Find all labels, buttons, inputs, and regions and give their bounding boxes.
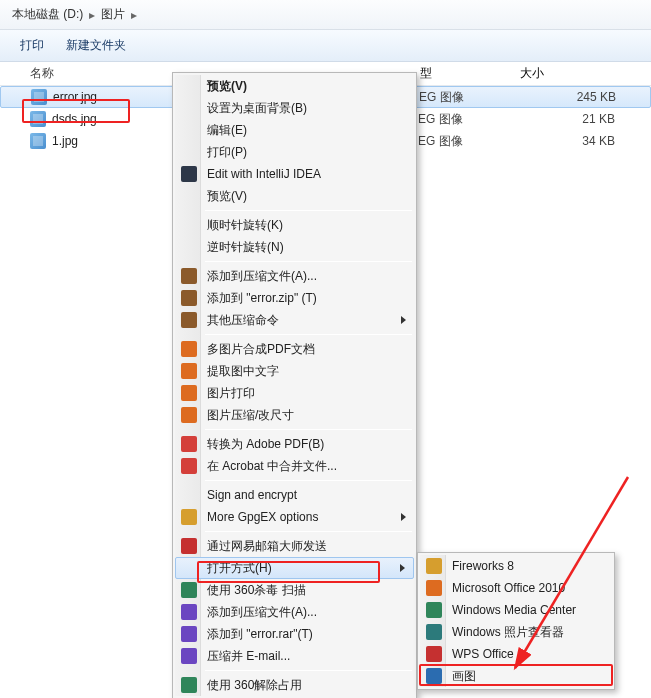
menu-add-rar2[interactable]: 添加到 "error.rar"(T) — [175, 623, 414, 645]
archive-icon — [181, 268, 197, 284]
breadcrumb[interactable]: 本地磁盘 (D:) ▸ 图片 ▸ — [0, 0, 651, 30]
menu-extract-text[interactable]: 提取图中文字 — [175, 360, 414, 382]
menu-separator — [205, 334, 412, 335]
image-file-icon — [30, 111, 46, 127]
submenu-photo-viewer[interactable]: Windows 照片查看器 — [420, 621, 612, 643]
menu-separator — [205, 480, 412, 481]
submenu-wps[interactable]: WPS Office — [420, 643, 612, 665]
file-type: EG 图像 — [419, 89, 464, 106]
menu-to-pdf[interactable]: 转换为 Adobe PDF(B) — [175, 433, 414, 455]
file-size: 245 KB — [556, 90, 616, 104]
submenu-msoffice[interactable]: Microsoft Office 2010 — [420, 577, 612, 599]
rar-icon — [181, 648, 197, 664]
file-type: EG 图像 — [418, 111, 463, 128]
image-file-icon — [31, 89, 47, 105]
lock-icon — [181, 509, 197, 525]
archive-icon — [181, 312, 197, 328]
print-button[interactable]: 打印 — [20, 37, 44, 54]
menu-preview[interactable]: 预览(V) — [175, 75, 414, 97]
file-size: 21 KB — [555, 112, 615, 126]
archive-icon — [181, 290, 197, 306]
menu-intellij[interactable]: Edit with IntelliJ IDEA — [175, 163, 414, 185]
menu-separator — [205, 531, 412, 532]
menu-set-wallpaper[interactable]: 设置为桌面背景(B) — [175, 97, 414, 119]
wmc-icon — [426, 602, 442, 618]
photo-viewer-icon — [426, 624, 442, 640]
toolbar: 打印 新建文件夹 — [0, 30, 651, 62]
rar-icon — [181, 626, 197, 642]
print-icon — [181, 385, 197, 401]
breadcrumb-part-1[interactable]: 本地磁盘 (D:) — [12, 6, 83, 23]
menu-rar-email[interactable]: 压缩并 E-mail... — [175, 645, 414, 667]
menu-edit[interactable]: 编辑(E) — [175, 119, 414, 141]
breadcrumb-part-2[interactable]: 图片 — [101, 6, 125, 23]
menu-add-zip[interactable]: 添加到 "error.zip" (T) — [175, 287, 414, 309]
menu-rotate-cw[interactable]: 顺时针旋转(K) — [175, 214, 414, 236]
submenu-wmc[interactable]: Windows Media Center — [420, 599, 612, 621]
menu-pdf-merge[interactable]: 多图片合成PDF文档 — [175, 338, 414, 360]
file-name: error.jpg — [53, 90, 97, 104]
menu-unlock360[interactable]: 使用 360解除占用 — [175, 674, 414, 696]
office-icon — [426, 580, 442, 596]
file-name: dsds.jpg — [52, 112, 97, 126]
menu-open-with[interactable]: 打开方式(H) — [175, 557, 414, 579]
breadcrumb-sep-icon: ▸ — [89, 8, 95, 22]
open-with-submenu: Fireworks 8 Microsoft Office 2010 Window… — [417, 552, 615, 690]
ocr-icon — [181, 363, 197, 379]
shield-icon — [181, 582, 197, 598]
menu-rotate-ccw[interactable]: 逆时针旋转(N) — [175, 236, 414, 258]
adobe-icon — [181, 458, 197, 474]
unlock-icon — [181, 677, 197, 693]
chevron-right-icon — [401, 513, 406, 521]
menu-other-compress[interactable]: 其他压缩命令 — [175, 309, 414, 331]
menu-separator — [205, 210, 412, 211]
resize-icon — [181, 407, 197, 423]
mail-icon — [181, 538, 197, 554]
wps-icon — [426, 646, 442, 662]
menu-acrobat-merge[interactable]: 在 Acrobat 中合并文件... — [175, 455, 414, 477]
menu-netease-send[interactable]: 通过网易邮箱大师发送 — [175, 535, 414, 557]
paint-icon — [426, 668, 442, 684]
submenu-paint[interactable]: 画图 — [420, 665, 612, 687]
menu-separator — [205, 261, 412, 262]
menu-img-resize[interactable]: 图片压缩/改尺寸 — [175, 404, 414, 426]
rar-icon — [181, 604, 197, 620]
intellij-icon — [181, 166, 197, 182]
menu-sign-encrypt[interactable]: Sign and encrypt — [175, 484, 414, 506]
col-name-header[interactable]: 名称 — [0, 65, 200, 82]
context-menu: 预览(V) 设置为桌面背景(B) 编辑(E) 打印(P) Edit with I… — [172, 72, 417, 698]
col-type-header[interactable]: 型 — [420, 65, 432, 82]
file-type: EG 图像 — [418, 133, 463, 150]
menu-add-archive[interactable]: 添加到压缩文件(A)... — [175, 265, 414, 287]
adobe-icon — [181, 436, 197, 452]
menu-add-rar[interactable]: 添加到压缩文件(A)... — [175, 601, 414, 623]
file-size: 34 KB — [555, 134, 615, 148]
breadcrumb-sep-icon: ▸ — [131, 8, 137, 22]
menu-separator — [205, 670, 412, 671]
menu-img-print[interactable]: 图片打印 — [175, 382, 414, 404]
menu-separator — [205, 429, 412, 430]
submenu-fireworks[interactable]: Fireworks 8 — [420, 555, 612, 577]
image-file-icon — [30, 133, 46, 149]
pdf-icon — [181, 341, 197, 357]
col-size-header[interactable]: 大小 — [520, 65, 544, 82]
menu-preview2[interactable]: 预览(V) — [175, 185, 414, 207]
new-folder-button[interactable]: 新建文件夹 — [66, 37, 126, 54]
chevron-right-icon — [400, 564, 405, 572]
menu-print[interactable]: 打印(P) — [175, 141, 414, 163]
menu-scan360[interactable]: 使用 360杀毒 扫描 — [175, 579, 414, 601]
file-name: 1.jpg — [52, 134, 78, 148]
fireworks-icon — [426, 558, 442, 574]
menu-gpgex[interactable]: More GpgEX options — [175, 506, 414, 528]
chevron-right-icon — [401, 316, 406, 324]
